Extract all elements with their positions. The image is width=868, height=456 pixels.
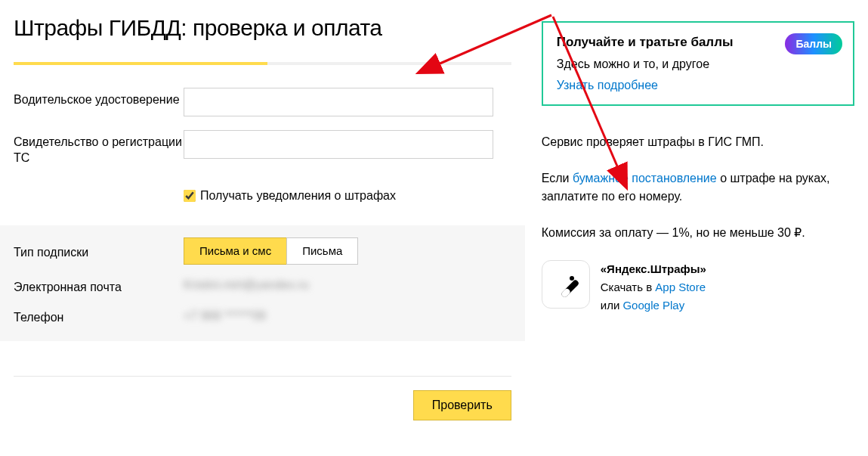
promo-subtitle: Здесь можно и то, и другое — [557, 57, 839, 71]
page-title: Штрафы ГИБДД: проверка и оплата — [14, 15, 511, 41]
notify-checkbox[interactable] — [184, 190, 196, 202]
info-line2-pre: Если — [542, 172, 573, 185]
pen-icon — [551, 269, 581, 299]
paper-resolution-link[interactable]: бумажное постановление — [573, 172, 717, 185]
promo-badge[interactable]: Баллы — [785, 33, 842, 54]
promo-box: Получайте и тратьте баллы Баллы Здесь мо… — [542, 21, 854, 106]
subscription-segment: Письма и смс Письма — [184, 237, 358, 265]
progress-bar — [14, 62, 511, 65]
phone-label: Телефон — [14, 306, 184, 326]
seg-letters-sms[interactable]: Письма и смс — [184, 237, 286, 265]
app-download-pre: Скачать в — [601, 281, 656, 293]
info-line-1: Сервис проверяет штрафы в ГИС ГМП. — [542, 133, 854, 151]
phone-value: +7 968 ******09 — [184, 309, 266, 323]
appstore-link[interactable]: App Store — [655, 281, 706, 293]
driver-license-label: Водительское удостоверение — [14, 88, 184, 108]
googleplay-link[interactable]: Google Play — [622, 299, 684, 312]
registration-input[interactable] — [184, 130, 493, 159]
divider — [14, 376, 511, 377]
app-title: «Яндекс.Штрафы» — [601, 260, 706, 278]
promo-more-link[interactable]: Узнать подробнее — [557, 79, 839, 92]
subscription-type-label: Тип подписки — [14, 240, 184, 261]
app-or: или — [601, 299, 623, 312]
registration-label: Свидетельство о регистрации ТС — [14, 130, 184, 166]
notify-checkbox-label: Получать уведомления о штрафах — [200, 189, 396, 203]
submit-button[interactable]: Проверить — [413, 390, 511, 420]
email-label: Электронная почта — [14, 275, 184, 296]
app-icon — [542, 260, 590, 309]
svg-point-2 — [570, 276, 574, 281]
info-line-3: Комиссия за оплату — 1%, но не меньше 30… — [542, 224, 854, 242]
email-value: Kristini.mirt@yandex.ru — [184, 278, 309, 292]
driver-license-input[interactable] — [184, 88, 493, 116]
seg-letters[interactable]: Письма — [286, 237, 358, 265]
